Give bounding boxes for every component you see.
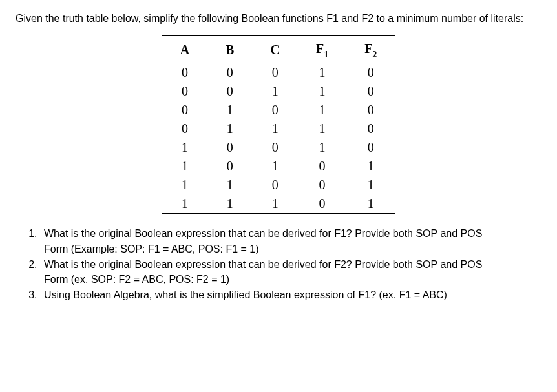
cell: 0 — [346, 119, 395, 138]
cell: 1 — [298, 101, 346, 119]
cell: 0 — [162, 82, 207, 101]
cell: 0 — [162, 101, 207, 119]
cell: 1 — [346, 176, 395, 194]
question-3: Using Boolean Algebra, what is the simpl… — [40, 287, 541, 302]
cell: 0 — [207, 138, 252, 157]
table-row: 0 0 1 1 0 — [162, 82, 395, 101]
cell: 0 — [298, 157, 346, 176]
cell: 0 — [346, 63, 395, 83]
table-row: 1 1 1 0 1 — [162, 194, 395, 214]
table-row: 1 0 0 1 0 — [162, 138, 395, 157]
question-1: What is the original Boolean expression … — [40, 226, 541, 256]
cell: 1 — [162, 138, 207, 157]
table-header-row: A B C F1 F2 — [162, 36, 395, 63]
q3-text: Using Boolean Algebra, what is the simpl… — [44, 289, 447, 300]
f2-sub: 2 — [372, 50, 377, 59]
cell: 1 — [298, 63, 346, 83]
col-header-b: B — [207, 36, 252, 63]
table-row: 0 1 0 1 0 — [162, 101, 395, 119]
col-header-a: A — [162, 36, 207, 63]
cell: 1 — [207, 119, 252, 138]
cell: 0 — [252, 63, 297, 83]
cell: 0 — [346, 82, 395, 101]
cell: 0 — [162, 119, 207, 138]
cell: 0 — [207, 63, 252, 83]
cell: 1 — [162, 157, 207, 176]
table-row: 1 1 0 0 1 — [162, 176, 395, 194]
q2-text-line1: What is the original Boolean expression … — [44, 259, 482, 270]
col-header-c: C — [252, 36, 297, 63]
cell: 1 — [252, 119, 297, 138]
truth-table: A B C F1 F2 0 0 0 1 0 0 0 1 1 0 — [162, 35, 395, 214]
cell: 0 — [252, 176, 297, 194]
cell: 1 — [346, 194, 395, 214]
f2-base: F — [364, 41, 372, 56]
cell: 0 — [346, 101, 395, 119]
q1-text-line1: What is the original Boolean expression … — [44, 228, 482, 239]
cell: 1 — [207, 176, 252, 194]
cell: 1 — [298, 82, 346, 101]
truth-table-wrapper: A B C F1 F2 0 0 0 1 0 0 0 1 1 0 — [16, 35, 541, 214]
cell: 0 — [207, 82, 252, 101]
table-row: 0 0 0 1 0 — [162, 63, 395, 83]
q1-text-line2: Form (Example: SOP: F1 = ABC, POS: F1 = … — [44, 242, 541, 256]
cell: 0 — [162, 63, 207, 83]
cell: 1 — [298, 138, 346, 157]
cell: 1 — [207, 194, 252, 214]
cell: 0 — [346, 138, 395, 157]
questions-list: What is the original Boolean expression … — [16, 226, 541, 302]
q2-text-line2: Form (ex. SOP: F2 = ABC, POS: F2 = 1) — [44, 272, 541, 287]
cell: 1 — [252, 194, 297, 214]
col-header-f2: F2 — [346, 36, 395, 63]
f1-sub: 1 — [324, 50, 328, 59]
problem-intro: Given the truth table below, simplify th… — [16, 12, 541, 26]
cell: 1 — [252, 82, 297, 101]
table-row: 0 1 1 1 0 — [162, 119, 395, 138]
cell: 1 — [346, 157, 395, 176]
table-row: 1 0 1 0 1 — [162, 157, 395, 176]
col-header-f1: F1 — [298, 36, 346, 63]
cell: 1 — [207, 101, 252, 119]
cell: 0 — [298, 194, 346, 214]
cell: 1 — [162, 176, 207, 194]
cell: 0 — [252, 138, 297, 157]
cell: 0 — [252, 101, 297, 119]
cell: 0 — [298, 176, 346, 194]
cell: 0 — [207, 157, 252, 176]
cell: 1 — [252, 157, 297, 176]
cell: 1 — [162, 194, 207, 214]
question-2: What is the original Boolean expression … — [40, 257, 541, 287]
cell: 1 — [298, 119, 346, 138]
f1-base: F — [316, 41, 324, 56]
